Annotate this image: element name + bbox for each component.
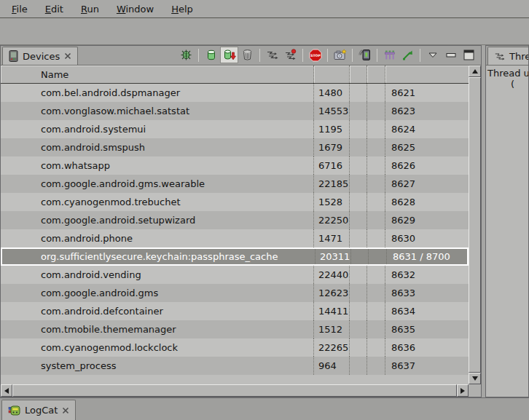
threads-icon — [494, 51, 505, 62]
column-header-pid[interactable] — [314, 66, 350, 83]
cell-blank1 — [350, 338, 367, 357]
purple-columns-icon — [384, 49, 396, 61]
threads-record-icon — [284, 49, 297, 61]
cell-port: 8635 — [385, 320, 469, 338]
arrow-right-icon — [461, 388, 465, 394]
cell-process-name: com.whatsapp — [1, 156, 314, 175]
table-row[interactable]: com.cyanogenmod.trebuchet15288628 — [1, 193, 469, 211]
scroll-right-button[interactable] — [457, 384, 469, 397]
view-menu-button[interactable] — [423, 47, 442, 63]
menu-help[interactable]: Help — [162, 1, 202, 17]
threads-content: Thread up ( — [486, 66, 528, 397]
cell-port: 8630 — [385, 229, 469, 247]
cell-blank2 — [367, 266, 385, 284]
vertical-scroll-thumb[interactable] — [469, 77, 481, 373]
capture-trace-button[interactable] — [380, 47, 399, 63]
cell-blank2 — [367, 138, 385, 156]
cell-blank1 — [351, 249, 369, 264]
cell-process-name: com.bel.android.dspmanager — [1, 84, 314, 102]
column-header-port[interactable] — [385, 66, 469, 83]
scroll-down-button[interactable] — [469, 373, 481, 384]
toolbar-separator — [302, 49, 303, 62]
cell-process-name: system_process — [1, 357, 314, 375]
logcat-icon — [8, 405, 20, 416]
column-header-blank2[interactable] — [367, 66, 385, 83]
menu-run[interactable]: Run — [72, 1, 108, 17]
menu-window[interactable]: Window — [108, 1, 162, 17]
cell-process-name: com.tmobile.thememanager — [1, 320, 314, 338]
cell-pid: 14411 — [314, 302, 350, 320]
debug-process-button[interactable] — [177, 47, 195, 63]
main-toolbar — [0, 18, 529, 45]
horizontal-scrollbar[interactable] — [1, 384, 469, 397]
menu-edit[interactable]: Edit — [36, 1, 72, 17]
green-diagonal-arrow-icon — [401, 49, 414, 61]
cause-gc-button[interactable] — [238, 47, 256, 63]
cell-process-name: com.google.android.setupwizard — [1, 211, 314, 229]
close-icon[interactable] — [64, 52, 71, 60]
capture-systrace-button[interactable] — [356, 47, 374, 63]
table-row[interactable]: com.google.android.gms126238633 — [1, 284, 469, 302]
table-row[interactable]: system_process9648637 — [1, 357, 469, 375]
cell-process-name: com.google.android.gms.wearable — [1, 175, 314, 193]
dump-hprof-button[interactable] — [220, 47, 238, 63]
toolbar-separator — [377, 49, 377, 62]
threads-message-line1: Thread up — [487, 68, 528, 79]
table-row[interactable]: com.android.defcontainer144118634 — [1, 302, 469, 320]
scroll-left-button[interactable] — [1, 384, 12, 397]
devices-view-toolbar: STOP — [177, 45, 481, 65]
screen-capture-button[interactable] — [331, 47, 349, 63]
cell-port: 8621 — [385, 84, 469, 102]
cell-port: 8631 / 8700 — [387, 249, 467, 264]
cell-blank1 — [350, 138, 367, 156]
cell-process-name: com.vonglasow.michael.satstat — [1, 102, 314, 120]
table-row[interactable]: com.bel.android.dspmanager14808621 — [1, 84, 469, 102]
column-header-name[interactable]: Name — [1, 66, 314, 83]
cell-blank1 — [350, 102, 367, 120]
cell-pid: 22185 — [314, 175, 350, 193]
start-method-profiling-button[interactable] — [281, 47, 299, 63]
column-header-blank1[interactable] — [350, 66, 367, 83]
cell-blank1 — [350, 193, 367, 211]
table-row[interactable]: com.whatsapp67168626 — [1, 156, 469, 175]
toolbar-separator — [198, 49, 199, 62]
trash-icon — [242, 49, 253, 61]
table-row[interactable]: com.android.phone14718630 — [1, 229, 469, 247]
horizontal-scroll-thumb[interactable] — [12, 384, 457, 397]
update-heap-button[interactable] — [202, 47, 220, 63]
stop-process-button[interactable]: STOP — [306, 47, 324, 63]
cell-process-name: com.android.smspush — [1, 138, 314, 156]
cell-pid: 22250 — [314, 211, 350, 229]
update-threads-button[interactable] — [263, 47, 281, 63]
tab-logcat-label: LogCat — [25, 405, 58, 416]
tab-threads[interactable]: Threads — [487, 47, 529, 65]
phone-android-icon — [358, 49, 372, 61]
tab-devices[interactable]: Devices — [2, 47, 78, 65]
table-row[interactable]: com.tmobile.thememanager15128635 — [1, 320, 469, 338]
table-row-selected[interactable]: org.sufficientlysecure.keychain:passphra… — [1, 247, 469, 266]
table-row[interactable]: com.cyanogenmod.lockclock222658636 — [1, 338, 469, 357]
cell-port: 8636 — [385, 338, 469, 357]
menu-file[interactable]: File — [3, 1, 36, 17]
minimize-view-button[interactable] — [442, 47, 460, 63]
cell-port: 8633 — [385, 284, 469, 302]
tab-logcat[interactable]: LogCat — [1, 400, 76, 420]
table-row[interactable]: com.android.smspush16798625 — [1, 138, 469, 156]
table-row[interactable]: com.android.systemui11958624 — [1, 120, 469, 138]
table-row[interactable]: com.google.android.setupwizard222508629 — [1, 211, 469, 229]
scroll-up-button[interactable] — [469, 66, 481, 77]
vertical-scrollbar[interactable] — [469, 66, 481, 384]
close-icon[interactable] — [62, 407, 69, 414]
cell-port: 8623 — [385, 102, 469, 120]
main-area: Devices — [0, 45, 529, 397]
cell-blank1 — [350, 357, 367, 375]
table-row[interactable]: com.google.android.gms.wearable221858627 — [1, 175, 469, 193]
table-row[interactable]: com.android.vending224408632 — [1, 266, 469, 284]
table-row[interactable]: com.vonglasow.michael.satstat145538623 — [1, 102, 469, 120]
cell-process-name: com.cyanogenmod.lockclock — [1, 338, 314, 357]
cell-blank1 — [350, 175, 367, 193]
maximize-view-button[interactable] — [460, 47, 478, 63]
scrollbar-corner — [469, 384, 481, 397]
cell-pid: 12623 — [314, 284, 350, 302]
start-opengl-trace-button[interactable] — [399, 47, 417, 63]
